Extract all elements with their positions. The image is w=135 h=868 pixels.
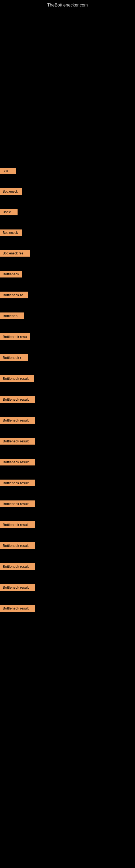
- result-row: Bottleneck result: [0, 459, 135, 465]
- result-row: Bottleneck result: [0, 479, 135, 486]
- site-title: TheBottlenecker.com: [0, 0, 135, 9]
- result-row: Bottleneck result: [0, 396, 135, 403]
- bottleneck-result-badge: Bottleneck result: [0, 459, 35, 465]
- result-row: Bottleneck r: [0, 354, 135, 361]
- bottleneck-result-badge: Bottleneck result: [0, 521, 35, 528]
- bottleneck-result-badge: Bottle: [0, 209, 17, 215]
- result-row: Bottleneck res: [0, 250, 135, 257]
- bottleneck-result-badge: Bottleneck result: [0, 500, 35, 507]
- bottleneck-result-badge: Bottleneck result: [0, 479, 35, 486]
- result-row: Bottleneck result: [0, 438, 135, 444]
- bottleneck-result-badge: Bottleneck result: [0, 417, 35, 424]
- result-row: Bottleneck re: [0, 291, 135, 299]
- bottleneck-result-badge: Bottleneck: [0, 229, 22, 236]
- result-row: Bottleneck result: [0, 584, 135, 591]
- result-row: Bottleneck result: [0, 500, 135, 507]
- bottleneck-result-badge: Bottleneck: [0, 271, 22, 278]
- result-row: Bottleneck resu: [0, 333, 135, 340]
- result-row: Bottleneck result: [0, 375, 135, 382]
- chart-area: [0, 9, 135, 172]
- bottleneck-result-badge: Bottleneck result: [0, 438, 35, 444]
- bottleneck-result-badge: Bottleneck result: [0, 375, 34, 382]
- result-row: Bottleneo: [0, 312, 135, 319]
- bottleneck-result-badge: Bottleneo: [0, 312, 24, 319]
- result-row: Bottleneck: [0, 188, 135, 195]
- bottleneck-result-badge: Bottleneck result: [0, 584, 35, 591]
- result-row: Bott: [0, 168, 135, 174]
- result-row: Bottleneck result: [0, 521, 135, 528]
- bottleneck-result-badge: Bottleneck res: [0, 250, 30, 257]
- bottleneck-result-badge: Bottleneck re: [0, 291, 28, 299]
- result-row: Bottleneck result: [0, 605, 135, 612]
- results-container: BottBottleneckBottleBottleneckBottleneck…: [0, 168, 135, 626]
- result-row: Bottleneck: [0, 229, 135, 236]
- result-row: Bottle: [0, 209, 135, 215]
- bottleneck-result-badge: Bott: [0, 168, 16, 174]
- bottleneck-result-badge: Bottleneck result: [0, 563, 35, 570]
- bottleneck-result-badge: Bottleneck r: [0, 354, 28, 361]
- bottleneck-result-badge: Bottleneck: [0, 188, 22, 195]
- result-row: Bottleneck result: [0, 542, 135, 549]
- bottleneck-result-badge: Bottleneck result: [0, 605, 35, 612]
- result-row: Bottleneck: [0, 271, 135, 278]
- bottleneck-result-badge: Bottleneck result: [0, 396, 35, 403]
- result-row: Bottleneck result: [0, 563, 135, 570]
- result-row: Bottleneck result: [0, 417, 135, 424]
- bottleneck-result-badge: Bottleneck result: [0, 542, 35, 549]
- bottleneck-result-badge: Bottleneck resu: [0, 333, 30, 340]
